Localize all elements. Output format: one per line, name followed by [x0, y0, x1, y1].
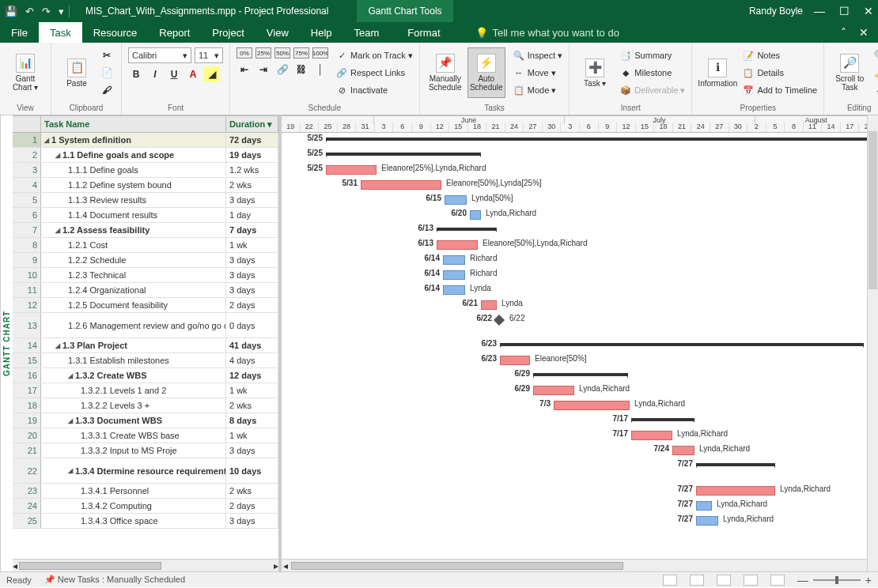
row-number[interactable]: 10 [13, 268, 41, 282]
duration-cell[interactable]: 72 days [226, 133, 278, 147]
milestone-button[interactable]: ◆Milestone [620, 65, 685, 81]
tab-help[interactable]: Help [300, 22, 343, 43]
mark-on-track-button[interactable]: ✓Mark on Track ▾ [336, 47, 413, 63]
duration-cell[interactable]: 3 days [226, 283, 278, 297]
task-name-cell[interactable]: 1.3.2 Create WBS [41, 368, 226, 383]
tab-file[interactable]: File [0, 22, 39, 43]
duration-cell[interactable]: 2 wks [226, 484, 278, 498]
link-icon[interactable]: 🔗 [274, 62, 290, 77]
zoom-in-icon[interactable]: + [865, 574, 872, 586]
pct-0[interactable]: 0% [237, 47, 252, 58]
table-row[interactable]: 151.3.1 Establish milestones4 days [13, 353, 278, 368]
italic-button[interactable]: I [147, 66, 163, 82]
table-row[interactable]: 161.3.2 Create WBS12 days [13, 368, 278, 383]
deliverable-button[interactable]: 📦Deliverable ▾ [620, 82, 685, 98]
gantt-row[interactable]: 7/27Lynda,Richard [282, 514, 878, 529]
gantt-row[interactable]: 6/13 [282, 223, 878, 238]
task-bar[interactable] [437, 240, 478, 250]
inactivate-button[interactable]: ⊘Inactivate [336, 82, 413, 98]
view-button-5[interactable] [770, 575, 785, 586]
duration-cell[interactable]: 41 days [226, 338, 278, 352]
summary-bar[interactable] [326, 153, 481, 156]
tab-task[interactable]: Task [39, 22, 82, 43]
task-name-cell[interactable]: 1.3 Plan Project [41, 338, 226, 352]
row-number[interactable]: 22 [13, 458, 41, 483]
pct-50[interactable]: 50% [274, 47, 290, 58]
task-name-cell[interactable]: 1.2.6 Management review and go/no go dec… [41, 313, 226, 337]
tell-me[interactable]: 💡 Tell me what you want to do [475, 27, 619, 39]
redo-icon[interactable]: ↷ [42, 6, 51, 17]
tab-report[interactable]: Report [148, 22, 201, 43]
task-name-cell[interactable]: 1 System definition [41, 133, 226, 147]
task-name-cell[interactable]: 1.1 Define goals and scope [41, 148, 226, 162]
summary-bar[interactable] [437, 228, 497, 231]
gantt-row[interactable]: 6/13Eleanore[50%],Lynda,Richard [282, 238, 878, 253]
table-row[interactable]: 51.1.3 Review results3 days [13, 193, 278, 208]
task-bar[interactable] [631, 431, 672, 440]
row-number[interactable]: 25 [13, 514, 41, 528]
duration-cell[interactable]: 3 days [226, 443, 278, 458]
duration-cell[interactable]: 1 wk [226, 383, 278, 398]
font-size-select[interactable]: 11▾ [195, 47, 223, 63]
table-row[interactable]: 201.3.3.1 Create WBS base1 wk [13, 428, 278, 443]
row-number[interactable]: 13 [13, 313, 41, 337]
table-row[interactable]: 21.1 Define goals and scope19 days [13, 148, 278, 163]
task-name-cell[interactable]: 1.3.3.1 Create WBS base [41, 428, 226, 443]
row-number[interactable]: 23 [13, 484, 41, 498]
milestone-marker[interactable] [494, 315, 505, 326]
font-color-button[interactable]: A [185, 66, 201, 82]
gantt-row[interactable]: 5/25Eleanore[25%],Lynda,Richard [282, 163, 878, 178]
gantt-row[interactable]: 7/27Lynda,Richard [282, 484, 878, 499]
view-button-2[interactable] [690, 575, 704, 586]
grid-hscroll[interactable]: ◂ ▸ [13, 559, 278, 571]
gantt-row[interactable]: 6/14Richard [282, 253, 878, 268]
row-number[interactable]: 7 [13, 223, 41, 237]
ribbon-collapse-icon[interactable]: ˄ [841, 26, 846, 39]
table-row[interactable]: 71.2 Assess feasibility7 days [13, 223, 278, 238]
duration-cell[interactable]: 0 days [226, 313, 278, 337]
gantt-row[interactable]: 5/25 [282, 148, 878, 163]
row-number[interactable]: 3 [13, 163, 41, 177]
task-name-cell[interactable]: 1.2.4 Organizational [41, 283, 226, 297]
ribbon-close-icon[interactable]: ✕ [859, 26, 869, 39]
format-painter-icon[interactable]: 🖌 [99, 82, 115, 98]
task-name-cell[interactable]: 1.2.1 Cost [41, 238, 226, 252]
duration-cell[interactable]: 4 days [226, 353, 278, 368]
gantt-row[interactable]: 6/29Lynda,Richard [282, 383, 878, 398]
task-bar[interactable] [361, 180, 441, 190]
information-button[interactable]: ℹ Information [698, 47, 736, 98]
duration-cell[interactable]: 2 days [226, 499, 278, 513]
task-bar[interactable] [696, 501, 712, 511]
summary-bar[interactable] [500, 343, 864, 346]
undo-icon[interactable]: ↶ [25, 6, 34, 17]
table-row[interactable]: 41.1.2 Define system bound2 wks [13, 178, 278, 193]
table-row[interactable]: 81.2.1 Cost1 wk [13, 238, 278, 253]
fill-color-button[interactable]: ◢ [204, 66, 220, 82]
task-bar[interactable] [533, 386, 574, 395]
summary-bar[interactable] [326, 138, 878, 141]
gantt-row[interactable]: 6/14Lynda [282, 283, 878, 298]
table-row[interactable]: 171.3.2.1 Levels 1 and 21 wk [13, 383, 278, 398]
table-row[interactable]: 191.3.3 Document WBS8 days [13, 413, 278, 428]
task-bar[interactable] [481, 300, 497, 310]
gantt-row[interactable]: 6/15Lynda[50%] [282, 193, 878, 208]
gantt-row[interactable]: 7/17 [282, 413, 878, 428]
timeline-header[interactable]: JuneJulyAugust 1922252831369121518212427… [282, 115, 878, 133]
summary-bar[interactable] [631, 418, 694, 421]
table-row[interactable]: 101.2.3 Technical3 days [13, 268, 278, 283]
qat-dropdown-icon[interactable]: ▾ [59, 6, 64, 17]
task-button[interactable]: ➕ Task ▾ [576, 47, 614, 98]
task-name-cell[interactable]: 1.2 Assess feasibility [41, 223, 226, 237]
duration-cell[interactable]: 3 days [226, 514, 278, 528]
row-number[interactable]: 5 [13, 193, 41, 207]
mode-button[interactable]: 📋Mode ▾ [513, 82, 563, 98]
duration-cell[interactable]: 1 day [226, 208, 278, 222]
row-number[interactable]: 6 [13, 208, 41, 222]
bold-button[interactable]: B [128, 66, 144, 82]
task-name-cell[interactable]: 1.2.5 Document feasibility [41, 298, 226, 312]
tab-project[interactable]: Project [201, 22, 255, 43]
task-name-cell[interactable]: 1.3.2.1 Levels 1 and 2 [41, 383, 226, 398]
gantt-row[interactable]: 6/20Lynda,Richard [282, 208, 878, 223]
unlink-icon[interactable]: ⛓ [293, 62, 309, 77]
move-button[interactable]: ↔Move ▾ [513, 65, 563, 81]
